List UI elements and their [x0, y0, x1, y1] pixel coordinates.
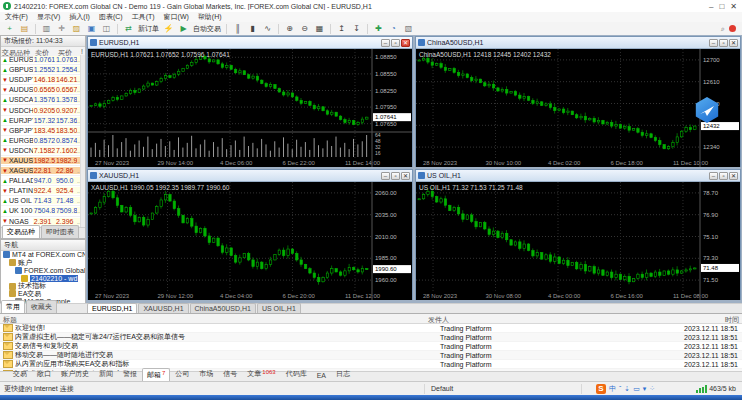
symbol-row[interactable]: ▼XAGUSD22.8122.86.. [1, 166, 81, 176]
data-window-toggle-icon[interactable]: ✛ [55, 22, 68, 35]
autotrading-label[interactable]: 自动交易 [193, 24, 221, 34]
chart-minimize-button[interactable]: – [381, 39, 390, 47]
navigator-toggle-icon[interactable]: ▨ [70, 22, 83, 35]
line-chart-mode-icon[interactable]: ∿ [261, 22, 274, 35]
chart-maximize-button[interactable]: ▫ [719, 172, 728, 180]
symbol-row[interactable]: ▲UK 1007504.87509.8.. [1, 206, 81, 216]
mailbox-col-header[interactable]: 发件人 [425, 314, 665, 323]
nav-tab-收藏夹[interactable]: 收藏夹 [26, 300, 57, 313]
chart-window-EURUSD,H1[interactable]: EURUSD,H1–▫✕1.088501.085501.082501.07950… [87, 36, 413, 167]
symbol-row[interactable]: ▲PALLAD947.0950.0.. [1, 176, 81, 186]
terminal-tab-敞口[interactable]: 敞口 [32, 367, 56, 381]
chart-canvas[interactable]: 1.088501.085501.082501.079501.0765027 No… [88, 49, 412, 167]
symbol-row[interactable]: ▼PLATIN922.4925.4.. [1, 186, 81, 196]
symbol-row[interactable]: ▲EURGBP0.85720.8574.. [1, 136, 81, 146]
chart-tab-ChinaA50USD,H1[interactable]: ChinaA50USD,H1 [190, 303, 256, 313]
nav-item-accounts-folder[interactable]: 账户 [1, 259, 85, 267]
terminal-tab-信号[interactable]: 信号 [218, 367, 242, 381]
menu-item[interactable]: 图表(C) [99, 12, 123, 22]
strategy-tester-icon[interactable]: ◫ [100, 22, 113, 35]
periods-icon[interactable]: ◔ [387, 22, 400, 35]
nav-item-server[interactable]: FOREX.com Global CN [1, 267, 85, 275]
nav-item-indicators-folder[interactable]: 技术指标 [1, 282, 85, 290]
chart-canvas[interactable]: 2060.002035.002010.001985.001960.0027 No… [88, 182, 412, 300]
mailbox-col-header[interactable]: 时间 [665, 314, 742, 323]
symbol-row[interactable]: ▲US OIL71.4371.48.. [1, 196, 81, 206]
indicators-icon[interactable]: ✚ [372, 22, 385, 35]
terminal-tab-文章[interactable]: 文章1063 [242, 367, 280, 381]
metaeditor-icon[interactable]: ⚡ [162, 22, 175, 35]
chart-maximize-button[interactable]: ▫ [391, 172, 400, 180]
mw-tab-即时图表[interactable]: 即时图表 [41, 225, 79, 238]
chart-close-button[interactable]: ✕ [729, 172, 738, 180]
minimize-button[interactable]: – [709, 2, 713, 11]
chart-tab-XAUUSD,H1[interactable]: XAUUSD,H1 [138, 303, 188, 313]
chart-minimize-button[interactable]: – [709, 172, 718, 180]
menu-item[interactable]: 显示(V) [37, 12, 60, 22]
nav-item-platform[interactable]: MT4 at FOREX.com CN [1, 251, 85, 259]
terminal-tab-警报[interactable]: 警报 [118, 367, 142, 381]
terminal-tab-邮箱[interactable]: 邮箱7 [142, 368, 170, 381]
zoom-out-icon[interactable]: ⊖ [298, 22, 311, 35]
menu-item[interactable]: 帮助(H) [198, 12, 222, 22]
chart-window-XAUUSD,H1[interactable]: XAUUSD,H1–▫✕2060.002035.002010.001985.00… [87, 169, 413, 300]
chart-maximize-button[interactable]: ▫ [719, 39, 728, 47]
symbol-row[interactable]: ▼GBPJPY183.45183.50.. [1, 126, 81, 136]
symbol-row[interactable]: ▼USDCNH7.15827.1602.. [1, 146, 81, 156]
auto-scroll-icon[interactable]: ▦ [313, 22, 326, 35]
new-order-label[interactable]: 新订单 [138, 24, 159, 34]
ime-caret-icon[interactable]: ˆ [619, 385, 621, 392]
symbol-row[interactable]: ▲USDCAD1.35761.3578.. [1, 95, 81, 105]
timeframe-down-icon[interactable]: ↧ [350, 22, 363, 35]
chart-maximize-button[interactable]: ▫ [391, 39, 400, 47]
close-button[interactable]: ✕ [730, 2, 737, 11]
terminal-tab-公司[interactable]: 公司 [170, 367, 194, 381]
mw-tab-交易品种[interactable]: 交易品种 [2, 225, 40, 238]
templates-icon[interactable]: ▧ [402, 22, 415, 35]
chart-canvas[interactable]: 78.7076.9075.1073.3071.5028 Nov 202330 N… [416, 182, 740, 300]
profiles-icon[interactable]: ▤ [18, 22, 31, 35]
chart-minimize-button[interactable]: – [709, 39, 718, 47]
timeframe-up-icon[interactable]: ↥ [335, 22, 348, 35]
terminal-tab-日志[interactable]: 日志 [331, 367, 355, 381]
terminal-toggle-icon[interactable]: ▣ [85, 22, 98, 35]
symbol-row[interactable]: ▲GBPUSD1.25521.2554.. [1, 65, 81, 75]
symbol-row[interactable]: ▼USDJPY146.18146.21.. [1, 75, 81, 85]
search-icon[interactable]: ⌕ [721, 25, 725, 33]
bar-chart-mode-icon[interactable]: ║ [231, 22, 244, 35]
chart-close-button[interactable]: ✕ [729, 39, 738, 47]
ime-clipboard-icon[interactable]: ▭ [633, 385, 640, 393]
chart-window-ChinaA50USD,H1[interactable]: ChinaA50USD,H1–▫✕12700126101252012430123… [415, 36, 741, 167]
sogou-logo-icon[interactable]: S [596, 384, 606, 394]
record-icon[interactable] [729, 25, 736, 32]
terminal-tab-代码库[interactable]: 代码库 [281, 367, 312, 381]
nav-item-experts-folder[interactable]: EA交易 [1, 290, 85, 298]
zoom-in-icon[interactable]: ⊕ [283, 22, 296, 35]
nav-tab-常用[interactable]: 常用 [1, 300, 25, 313]
maximize-button[interactable]: □ [719, 2, 724, 11]
terminal-tab-新闻[interactable]: 新闻 [94, 367, 118, 381]
chart-canvas[interactable]: 127001261012520124301234028 Nov 202330 N… [416, 49, 740, 167]
market-watch-toggle-icon[interactable]: ▥ [40, 22, 53, 35]
new-order-icon[interactable]: ⇄ [122, 22, 135, 35]
autotrading-icon[interactable]: ▶ [177, 22, 190, 35]
chart-close-button[interactable]: ✕ [401, 172, 410, 180]
menu-item[interactable]: 工具(T) [132, 12, 155, 22]
terminal-tab-交易[interactable]: 交易 [8, 367, 32, 381]
menu-item[interactable]: 插入(I) [69, 12, 90, 22]
ime-skin-icon[interactable]: ▾ [643, 385, 647, 393]
menu-item[interactable]: 窗口(W) [164, 12, 189, 22]
terminal-tab-EA[interactable]: EA [312, 370, 331, 381]
new-chart-icon[interactable]: + [3, 22, 16, 35]
terminal-tab-账户历史[interactable]: 账户历史 [56, 367, 94, 381]
symbol-row[interactable]: ▼USDCHF0.92050.9207.. [1, 105, 81, 115]
menu-item[interactable]: 文件(F) [5, 12, 28, 22]
profile-name[interactable]: Default [425, 384, 582, 394]
chart-window-US OIL,H1[interactable]: US OIL,H1–▫✕78.7076.9075.1073.3071.5028 … [415, 169, 741, 300]
chart-close-button[interactable]: ✕ [401, 39, 410, 47]
symbol-row[interactable]: ▼XAUUSD1982.551982.90.. [1, 156, 81, 166]
symbol-row[interactable]: ▲EURJPY157.32157.36.. [1, 116, 81, 126]
market-watch-scrollbar[interactable] [80, 55, 85, 228]
ime-cn-icon[interactable]: 中 [609, 384, 616, 394]
chart-tab-US OIL,H1[interactable]: US OIL,H1 [257, 303, 301, 313]
